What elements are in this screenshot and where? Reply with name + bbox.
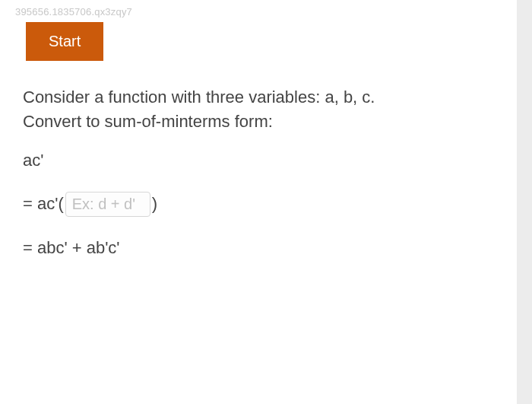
expression-step2: = abc' + ab'c'	[23, 238, 494, 258]
prompt-line-2: Convert to sum-of-minterms form:	[23, 110, 494, 134]
right-gutter	[517, 0, 532, 404]
question-content: Consider a function with three variables…	[0, 61, 517, 258]
expression-given: ac'	[23, 151, 494, 170]
step1-prefix: = ac'(	[23, 194, 64, 214]
start-button[interactable]: Start	[26, 22, 103, 61]
step1-suffix: )	[152, 194, 157, 214]
answer-input[interactable]	[65, 192, 150, 217]
prompt-line-1: Consider a function with three variables…	[23, 85, 494, 110]
watermark-id: 395656.1835706.qx3zqy7	[0, 0, 517, 22]
expression-step1: = ac'( )	[23, 192, 494, 217]
